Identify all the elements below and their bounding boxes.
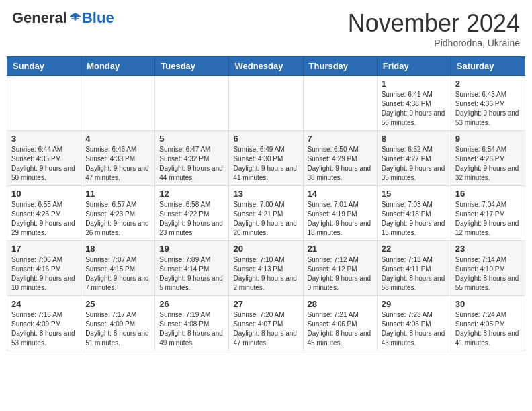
calendar-day-cell: [81, 76, 155, 131]
day-info: Sunrise: 7:03 AM Sunset: 4:18 PM Dayligh…: [382, 200, 447, 238]
day-info: Sunrise: 7:13 AM Sunset: 4:11 PM Dayligh…: [382, 255, 447, 293]
calendar-day-cell: 22Sunrise: 7:13 AM Sunset: 4:11 PM Dayli…: [377, 241, 451, 296]
day-info: Sunrise: 6:58 AM Sunset: 4:22 PM Dayligh…: [159, 200, 224, 238]
calendar-day-cell: 11Sunrise: 6:57 AM Sunset: 4:23 PM Dayli…: [81, 186, 155, 241]
day-number: 15: [382, 189, 447, 199]
calendar-week-row: 3Sunrise: 6:44 AM Sunset: 4:35 PM Daylig…: [7, 131, 525, 186]
day-info: Sunrise: 6:54 AM Sunset: 4:26 PM Dayligh…: [455, 145, 521, 183]
day-number: 18: [85, 244, 150, 254]
calendar-header-row: SundayMondayTuesdayWednesdayThursdayFrid…: [7, 57, 525, 76]
day-info: Sunrise: 7:10 AM Sunset: 4:13 PM Dayligh…: [233, 255, 298, 293]
day-info: Sunrise: 6:52 AM Sunset: 4:27 PM Dayligh…: [382, 145, 447, 183]
day-number: 2: [455, 79, 521, 89]
day-info: Sunrise: 7:04 AM Sunset: 4:17 PM Dayligh…: [455, 200, 521, 238]
calendar-day-cell: 24Sunrise: 7:16 AM Sunset: 4:09 PM Dayli…: [7, 296, 81, 351]
day-info: Sunrise: 6:46 AM Sunset: 4:33 PM Dayligh…: [85, 145, 150, 183]
day-number: 8: [382, 134, 447, 144]
day-number: 10: [11, 189, 77, 199]
day-info: Sunrise: 7:00 AM Sunset: 4:21 PM Dayligh…: [233, 200, 298, 238]
calendar-day-cell: 30Sunrise: 7:24 AM Sunset: 4:05 PM Dayli…: [451, 296, 525, 351]
day-info: Sunrise: 7:12 AM Sunset: 4:12 PM Dayligh…: [308, 255, 373, 293]
day-number: 29: [382, 299, 447, 309]
day-info: Sunrise: 7:14 AM Sunset: 4:10 PM Dayligh…: [455, 255, 521, 293]
day-info: Sunrise: 7:24 AM Sunset: 4:05 PM Dayligh…: [455, 310, 521, 348]
calendar-day-cell: 15Sunrise: 7:03 AM Sunset: 4:18 PM Dayli…: [377, 186, 451, 241]
calendar-day-cell: 12Sunrise: 6:58 AM Sunset: 4:22 PM Dayli…: [155, 186, 229, 241]
calendar-day-cell: 29Sunrise: 7:23 AM Sunset: 4:06 PM Dayli…: [377, 296, 451, 351]
logo-blue-text: Blue: [82, 9, 114, 27]
day-of-week-header: Wednesday: [229, 57, 303, 76]
day-info: Sunrise: 6:47 AM Sunset: 4:32 PM Dayligh…: [159, 145, 224, 183]
day-number: 12: [159, 189, 224, 199]
day-number: 14: [308, 189, 373, 199]
day-number: 23: [455, 244, 521, 254]
location-text: Pidhorodna, Ukraine: [348, 38, 520, 48]
day-number: 20: [233, 244, 298, 254]
calendar-day-cell: 10Sunrise: 6:55 AM Sunset: 4:25 PM Dayli…: [7, 186, 81, 241]
calendar-day-cell: 23Sunrise: 7:14 AM Sunset: 4:10 PM Dayli…: [451, 241, 525, 296]
calendar-table: SundayMondayTuesdayWednesdayThursdayFrid…: [7, 56, 525, 351]
logo: General Blue: [12, 9, 114, 27]
calendar-day-cell: 25Sunrise: 7:17 AM Sunset: 4:09 PM Dayli…: [81, 296, 155, 351]
day-info: Sunrise: 6:57 AM Sunset: 4:23 PM Dayligh…: [85, 200, 150, 238]
day-info: Sunrise: 7:06 AM Sunset: 4:16 PM Dayligh…: [11, 255, 77, 293]
calendar-day-cell: 28Sunrise: 7:21 AM Sunset: 4:06 PM Dayli…: [303, 296, 377, 351]
day-number: 24: [11, 299, 77, 309]
day-number: 22: [382, 244, 447, 254]
calendar-day-cell: 27Sunrise: 7:20 AM Sunset: 4:07 PM Dayli…: [229, 296, 303, 351]
day-number: 27: [233, 299, 298, 309]
day-number: 7: [308, 134, 373, 144]
calendar-day-cell: 2Sunrise: 6:43 AM Sunset: 4:36 PM Daylig…: [451, 76, 525, 131]
day-of-week-header: Saturday: [451, 57, 525, 76]
day-info: Sunrise: 7:01 AM Sunset: 4:19 PM Dayligh…: [308, 200, 373, 238]
calendar-day-cell: 21Sunrise: 7:12 AM Sunset: 4:12 PM Dayli…: [303, 241, 377, 296]
page-header: General Blue November 2024 Pidhorodna, U…: [7, 7, 525, 51]
calendar-day-cell: 3Sunrise: 6:44 AM Sunset: 4:35 PM Daylig…: [7, 131, 81, 186]
day-number: 28: [308, 299, 373, 309]
calendar-day-cell: 16Sunrise: 7:04 AM Sunset: 4:17 PM Dayli…: [451, 186, 525, 241]
day-number: 3: [11, 134, 77, 144]
calendar-day-cell: 19Sunrise: 7:09 AM Sunset: 4:14 PM Dayli…: [155, 241, 229, 296]
calendar-week-row: 24Sunrise: 7:16 AM Sunset: 4:09 PM Dayli…: [7, 296, 525, 351]
day-info: Sunrise: 7:09 AM Sunset: 4:14 PM Dayligh…: [159, 255, 224, 293]
day-info: Sunrise: 7:07 AM Sunset: 4:15 PM Dayligh…: [85, 255, 150, 293]
calendar-day-cell: 17Sunrise: 7:06 AM Sunset: 4:16 PM Dayli…: [7, 241, 81, 296]
calendar-week-row: 10Sunrise: 6:55 AM Sunset: 4:25 PM Dayli…: [7, 186, 525, 241]
calendar-day-cell: [155, 76, 229, 131]
day-number: 16: [455, 189, 521, 199]
day-number: 5: [159, 134, 224, 144]
day-number: 19: [159, 244, 224, 254]
day-number: 9: [455, 134, 521, 144]
title-block: November 2024 Pidhorodna, Ukraine: [348, 9, 520, 48]
day-info: Sunrise: 6:50 AM Sunset: 4:29 PM Dayligh…: [308, 145, 373, 183]
calendar-day-cell: 7Sunrise: 6:50 AM Sunset: 4:29 PM Daylig…: [303, 131, 377, 186]
day-number: 30: [455, 299, 521, 309]
logo-general-text: General: [12, 9, 67, 27]
day-number: 11: [85, 189, 150, 199]
calendar-day-cell: 5Sunrise: 6:47 AM Sunset: 4:32 PM Daylig…: [155, 131, 229, 186]
day-number: 25: [85, 299, 150, 309]
day-info: Sunrise: 7:19 AM Sunset: 4:08 PM Dayligh…: [159, 310, 224, 348]
day-number: 13: [233, 189, 298, 199]
day-of-week-header: Friday: [377, 57, 451, 76]
calendar-week-row: 1Sunrise: 6:41 AM Sunset: 4:38 PM Daylig…: [7, 76, 525, 131]
day-number: 17: [11, 244, 77, 254]
calendar-day-cell: 4Sunrise: 6:46 AM Sunset: 4:33 PM Daylig…: [81, 131, 155, 186]
day-number: 21: [308, 244, 373, 254]
calendar-week-row: 17Sunrise: 7:06 AM Sunset: 4:16 PM Dayli…: [7, 241, 525, 296]
calendar-day-cell: 14Sunrise: 7:01 AM Sunset: 4:19 PM Dayli…: [303, 186, 377, 241]
calendar-day-cell: [229, 76, 303, 131]
calendar-day-cell: [7, 76, 81, 131]
calendar-day-cell: 9Sunrise: 6:54 AM Sunset: 4:26 PM Daylig…: [451, 131, 525, 186]
day-info: Sunrise: 7:21 AM Sunset: 4:06 PM Dayligh…: [308, 310, 373, 348]
calendar-day-cell: 1Sunrise: 6:41 AM Sunset: 4:38 PM Daylig…: [377, 76, 451, 131]
day-info: Sunrise: 6:55 AM Sunset: 4:25 PM Dayligh…: [11, 200, 77, 238]
day-of-week-header: Tuesday: [155, 57, 229, 76]
day-number: 4: [85, 134, 150, 144]
calendar-day-cell: 6Sunrise: 6:49 AM Sunset: 4:30 PM Daylig…: [229, 131, 303, 186]
calendar-day-cell: [303, 76, 377, 131]
day-of-week-header: Monday: [81, 57, 155, 76]
day-of-week-header: Sunday: [7, 57, 81, 76]
logo-bird-icon: [69, 11, 82, 25]
calendar-day-cell: 13Sunrise: 7:00 AM Sunset: 4:21 PM Dayli…: [229, 186, 303, 241]
